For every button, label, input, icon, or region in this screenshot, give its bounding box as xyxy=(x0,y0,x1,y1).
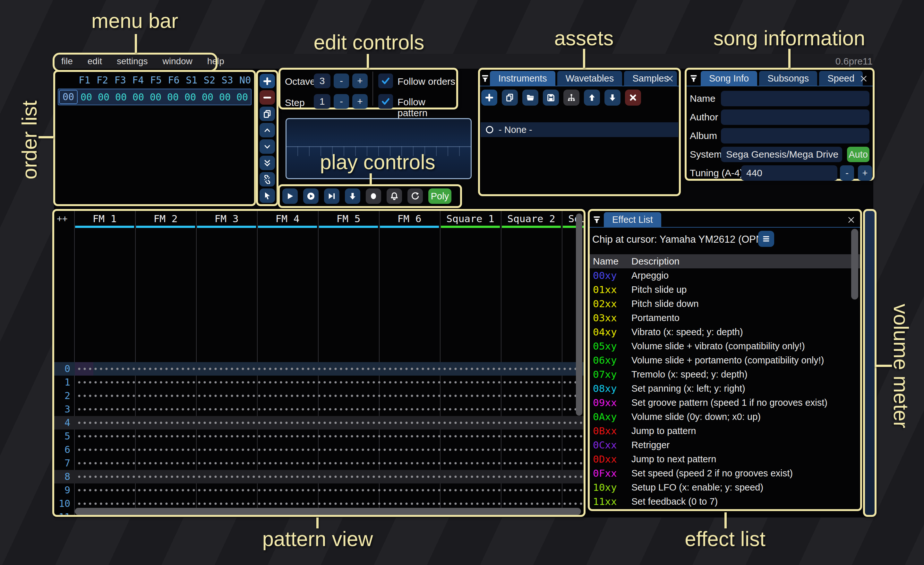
order-col-F3[interactable]: F3 xyxy=(111,75,129,86)
tab-subsongs[interactable]: Subsongs xyxy=(759,71,817,86)
step-minus-button[interactable]: - xyxy=(334,94,349,109)
channel-header-square-1[interactable]: Square 1 xyxy=(440,213,501,224)
duplicate-button[interactable] xyxy=(260,107,275,121)
arrow-down-button[interactable] xyxy=(604,90,621,106)
tab-effect-list[interactable]: Effect List xyxy=(604,212,661,227)
tab-instruments[interactable]: Instruments xyxy=(490,71,555,86)
instrument-list-item[interactable]: - None - xyxy=(481,122,678,137)
order-cell-F1[interactable]: 00 xyxy=(78,92,95,103)
record-button[interactable] xyxy=(366,188,381,204)
order-row-index[interactable]: 00 xyxy=(59,90,78,104)
pattern-row[interactable]: 9 xyxy=(54,484,584,497)
step-play-button[interactable] xyxy=(324,188,339,204)
x-mark-button[interactable] xyxy=(625,90,641,106)
octave-value[interactable]: 3 xyxy=(314,74,330,88)
follow-orders-checkbox[interactable] xyxy=(378,74,393,88)
filter-icon[interactable] xyxy=(687,71,701,86)
unlink-button[interactable] xyxy=(260,172,275,186)
tree-button[interactable] xyxy=(563,90,579,106)
tuning-plus-button[interactable]: + xyxy=(858,165,872,181)
assets-close-button[interactable] xyxy=(663,72,676,85)
order-cell-F5[interactable]: 00 xyxy=(147,92,164,103)
filter-icon[interactable] xyxy=(480,71,490,86)
step-value[interactable]: 1 xyxy=(314,94,330,109)
order-col-N0[interactable]: N0 xyxy=(236,75,254,86)
arrow-up-button[interactable] xyxy=(584,90,600,106)
repeat-button[interactable] xyxy=(408,188,423,204)
order-cell-S3[interactable]: 00 xyxy=(216,92,234,103)
menu-item-edit[interactable]: edit xyxy=(80,56,110,66)
channel-header-fm-4[interactable]: FM 4 xyxy=(257,213,318,224)
pattern-row[interactable]: 8 xyxy=(54,470,584,484)
menu-item-file[interactable]: file xyxy=(54,56,80,66)
order-col-S2[interactable]: S2 xyxy=(201,75,219,86)
bell-button[interactable] xyxy=(387,188,402,204)
play-button[interactable] xyxy=(282,188,298,204)
auto-button[interactable]: Auto xyxy=(847,147,870,162)
order-list-row[interactable]: 0000000000000000000000 xyxy=(58,89,252,105)
channel-header-fm-5[interactable]: FM 5 xyxy=(318,213,379,224)
octave-plus-button[interactable]: + xyxy=(352,74,368,88)
play-circle-button[interactable] xyxy=(303,188,319,204)
order-col-S3[interactable]: S3 xyxy=(219,75,237,86)
pattern-row[interactable]: 7 xyxy=(54,457,584,470)
effect-list-close-button[interactable] xyxy=(845,213,858,226)
menu-item-help[interactable]: help xyxy=(200,56,232,66)
octave-minus-button[interactable]: - xyxy=(334,74,349,88)
duplicate-button[interactable] xyxy=(502,90,518,106)
author-field[interactable] xyxy=(721,110,870,125)
folder-open-button[interactable] xyxy=(522,90,538,106)
channel-header-fm-1[interactable]: FM 1 xyxy=(74,213,135,224)
order-col-F4[interactable]: F4 xyxy=(129,75,147,86)
plus-button[interactable] xyxy=(481,90,497,106)
pattern-row[interactable]: 1 xyxy=(54,376,584,389)
order-cell-S2[interactable]: 00 xyxy=(199,92,216,103)
channel-header-fm-6[interactable]: FM 6 xyxy=(379,213,440,224)
pattern-row[interactable]: 0 xyxy=(54,362,584,376)
tab-wavetables[interactable]: Wavetables xyxy=(557,71,622,86)
menu-item-settings[interactable]: settings xyxy=(110,56,155,66)
effect-list-scrollbar[interactable] xyxy=(851,229,858,299)
chevron-up-button[interactable] xyxy=(260,123,275,137)
pattern-expand-control[interactable]: ++ xyxy=(57,213,68,224)
poly-button[interactable]: Poly xyxy=(428,188,452,204)
double-chevron-down-button[interactable] xyxy=(260,156,275,170)
order-col-F2[interactable]: F2 xyxy=(93,75,111,86)
hamburger-menu-button[interactable] xyxy=(758,231,774,247)
channel-header-fm-2[interactable]: FM 2 xyxy=(135,213,196,224)
order-cell-F2[interactable]: 00 xyxy=(95,92,112,103)
album-field[interactable] xyxy=(721,128,870,143)
order-col-S1[interactable]: S1 xyxy=(183,75,201,86)
order-col-F6[interactable]: F6 xyxy=(165,75,183,86)
pattern-row[interactable]: 6 xyxy=(54,443,584,457)
cursor-button[interactable] xyxy=(260,188,275,203)
order-cell-F3[interactable]: 00 xyxy=(112,92,130,103)
system-field[interactable]: Sega Genesis/Mega Drive xyxy=(721,147,842,162)
pattern-row[interactable]: 2 xyxy=(54,389,584,403)
order-cell-F6[interactable]: 00 xyxy=(164,92,182,103)
order-cell-S1[interactable]: 00 xyxy=(182,92,199,103)
name-field[interactable] xyxy=(721,91,870,106)
song-info-close-button[interactable] xyxy=(857,72,870,85)
order-col-F5[interactable]: F5 xyxy=(147,75,165,86)
plus-button[interactable] xyxy=(260,74,275,88)
tab-song-info[interactable]: Song Info xyxy=(701,71,757,86)
pattern-row[interactable]: 3 xyxy=(54,403,584,416)
order-cell-F4[interactable]: 00 xyxy=(130,92,147,103)
save-button[interactable] xyxy=(543,90,559,106)
tab-speed[interactable]: Speed xyxy=(819,71,863,86)
pattern-horizontal-scrollbar[interactable] xyxy=(75,508,581,515)
menu-item-window[interactable]: window xyxy=(155,56,200,66)
step-plus-button[interactable]: + xyxy=(352,94,368,109)
tuning-minus-button[interactable]: - xyxy=(840,165,854,181)
follow-pattern-checkbox[interactable] xyxy=(378,94,393,109)
pattern-row[interactable]: 5 xyxy=(54,430,584,443)
order-cell-N0[interactable]: 00 xyxy=(234,92,251,103)
filter-icon[interactable] xyxy=(590,212,604,227)
tuning-field[interactable]: 440 xyxy=(741,165,837,181)
pattern-vertical-scrollbar[interactable] xyxy=(576,213,582,416)
pattern-row[interactable]: 4 xyxy=(54,416,584,430)
arrow-down-button[interactable] xyxy=(345,188,360,204)
channel-header-square-2[interactable]: Square 2 xyxy=(501,213,562,224)
order-col-F1[interactable]: F1 xyxy=(76,75,94,86)
